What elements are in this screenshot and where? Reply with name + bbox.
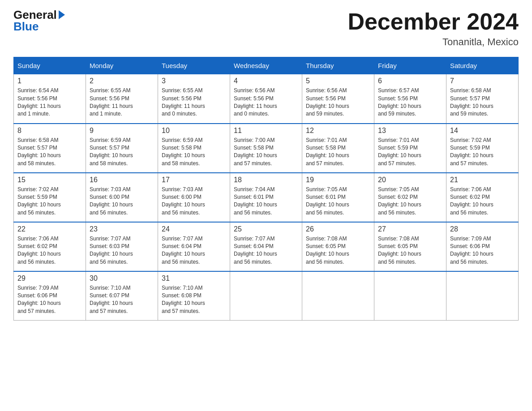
day-info: Sunrise: 6:54 AMSunset: 5:56 PMDaylight:… <box>17 87 82 118</box>
calendar-table: SundayMondayTuesdayWednesdayThursdayFrid… <box>13 57 519 321</box>
calendar-cell: 21 Sunrise: 7:06 AMSunset: 6:02 PMDaylig… <box>446 173 519 222</box>
day-number: 25 <box>234 225 298 233</box>
day-info: Sunrise: 7:06 AMSunset: 6:02 PMDaylight:… <box>17 235 82 266</box>
weekday-header-friday: Friday <box>374 57 446 74</box>
calendar-cell: 26 Sunrise: 7:08 AMSunset: 6:05 PMDaylig… <box>302 222 374 271</box>
calendar-cell: 8 Sunrise: 6:58 AMSunset: 5:57 PMDayligh… <box>14 124 86 173</box>
day-info: Sunrise: 7:02 AMSunset: 5:59 PMDaylight:… <box>17 186 82 217</box>
day-number: 29 <box>17 274 82 283</box>
day-info: Sunrise: 7:00 AMSunset: 5:58 PMDaylight:… <box>234 137 298 168</box>
day-number: 15 <box>17 176 82 184</box>
calendar-cell: 29 Sunrise: 7:09 AMSunset: 6:06 PMDaylig… <box>14 271 86 321</box>
calendar-cell: 31 Sunrise: 7:10 AMSunset: 6:08 PMDaylig… <box>158 271 230 321</box>
day-number: 31 <box>162 274 226 283</box>
day-info: Sunrise: 6:55 AMSunset: 5:56 PMDaylight:… <box>162 87 226 118</box>
calendar-cell: 23 Sunrise: 7:07 AMSunset: 6:03 PMDaylig… <box>86 222 158 271</box>
calendar-cell: 3 Sunrise: 6:55 AMSunset: 5:56 PMDayligh… <box>158 74 230 124</box>
calendar-cell <box>446 271 519 321</box>
day-number: 27 <box>378 225 442 233</box>
day-number: 23 <box>90 225 154 233</box>
day-number: 14 <box>450 127 515 135</box>
day-number: 17 <box>162 176 226 184</box>
calendar-cell <box>374 271 446 321</box>
calendar-cell: 7 Sunrise: 6:58 AMSunset: 5:57 PMDayligh… <box>446 74 519 124</box>
calendar-cell: 1 Sunrise: 6:54 AMSunset: 5:56 PMDayligh… <box>14 74 86 124</box>
calendar-cell <box>230 271 302 321</box>
logo-blue: Blue <box>13 21 65 32</box>
day-info: Sunrise: 6:59 AMSunset: 5:58 PMDaylight:… <box>162 137 226 168</box>
day-number: 30 <box>90 274 154 283</box>
calendar-cell: 20 Sunrise: 7:05 AMSunset: 6:02 PMDaylig… <box>374 173 446 222</box>
day-number: 22 <box>17 225 82 233</box>
weekday-header-saturday: Saturday <box>446 57 519 74</box>
day-number: 1 <box>17 77 82 85</box>
location: Tonanitla, Mexico <box>348 36 519 48</box>
calendar-cell: 24 Sunrise: 7:07 AMSunset: 6:04 PMDaylig… <box>158 222 230 271</box>
weekday-header-wednesday: Wednesday <box>230 57 302 74</box>
calendar-cell: 27 Sunrise: 7:08 AMSunset: 6:05 PMDaylig… <box>374 222 446 271</box>
day-info: Sunrise: 7:10 AMSunset: 6:07 PMDaylight:… <box>90 284 154 316</box>
calendar-cell: 6 Sunrise: 6:57 AMSunset: 5:56 PMDayligh… <box>374 74 446 124</box>
calendar-cell: 19 Sunrise: 7:05 AMSunset: 6:01 PMDaylig… <box>302 173 374 222</box>
day-info: Sunrise: 7:03 AMSunset: 6:00 PMDaylight:… <box>90 186 154 217</box>
calendar-cell: 30 Sunrise: 7:10 AMSunset: 6:07 PMDaylig… <box>86 271 158 321</box>
logo-triangle-icon <box>59 10 65 19</box>
day-number: 11 <box>234 127 298 135</box>
day-number: 13 <box>378 127 442 135</box>
calendar-cell: 25 Sunrise: 7:07 AMSunset: 6:04 PMDaylig… <box>230 222 302 271</box>
day-number: 5 <box>306 77 370 85</box>
day-number: 6 <box>378 77 442 85</box>
day-info: Sunrise: 7:05 AMSunset: 6:02 PMDaylight:… <box>378 186 442 217</box>
day-info: Sunrise: 6:56 AMSunset: 5:56 PMDaylight:… <box>306 87 370 118</box>
calendar-week-5: 29 Sunrise: 7:09 AMSunset: 6:06 PMDaylig… <box>14 271 519 321</box>
day-info: Sunrise: 7:10 AMSunset: 6:08 PMDaylight:… <box>162 284 226 316</box>
calendar-cell: 18 Sunrise: 7:04 AMSunset: 6:01 PMDaylig… <box>230 173 302 222</box>
logo: General Blue <box>13 9 65 32</box>
weekday-header-sunday: Sunday <box>14 57 86 74</box>
day-info: Sunrise: 7:02 AMSunset: 5:59 PMDaylight:… <box>450 137 515 168</box>
day-number: 8 <box>17 127 82 135</box>
day-info: Sunrise: 6:56 AMSunset: 5:56 PMDaylight:… <box>234 87 298 118</box>
day-info: Sunrise: 6:58 AMSunset: 5:57 PMDaylight:… <box>17 137 82 168</box>
day-number: 24 <box>162 225 226 233</box>
calendar-cell: 4 Sunrise: 6:56 AMSunset: 5:56 PMDayligh… <box>230 74 302 124</box>
day-info: Sunrise: 7:06 AMSunset: 6:02 PMDaylight:… <box>450 186 515 217</box>
calendar-cell <box>302 271 374 321</box>
day-info: Sunrise: 7:09 AMSunset: 6:06 PMDaylight:… <box>450 235 515 266</box>
calendar-cell: 2 Sunrise: 6:55 AMSunset: 5:56 PMDayligh… <box>86 74 158 124</box>
day-info: Sunrise: 7:05 AMSunset: 6:01 PMDaylight:… <box>306 186 370 217</box>
calendar-cell: 15 Sunrise: 7:02 AMSunset: 5:59 PMDaylig… <box>14 173 86 222</box>
day-number: 20 <box>378 176 442 184</box>
day-number: 21 <box>450 176 515 184</box>
day-number: 26 <box>306 225 370 233</box>
day-number: 19 <box>306 176 370 184</box>
calendar-cell: 9 Sunrise: 6:59 AMSunset: 5:57 PMDayligh… <box>86 124 158 173</box>
day-info: Sunrise: 7:01 AMSunset: 5:58 PMDaylight:… <box>306 137 370 168</box>
calendar-cell: 12 Sunrise: 7:01 AMSunset: 5:58 PMDaylig… <box>302 124 374 173</box>
day-info: Sunrise: 7:04 AMSunset: 6:01 PMDaylight:… <box>234 186 298 217</box>
day-number: 16 <box>90 176 154 184</box>
calendar-cell: 13 Sunrise: 7:01 AMSunset: 5:59 PMDaylig… <box>374 124 446 173</box>
calendar-cell: 22 Sunrise: 7:06 AMSunset: 6:02 PMDaylig… <box>14 222 86 271</box>
day-number: 18 <box>234 176 298 184</box>
day-number: 9 <box>90 127 154 135</box>
calendar-week-1: 1 Sunrise: 6:54 AMSunset: 5:56 PMDayligh… <box>14 74 519 124</box>
weekday-header-thursday: Thursday <box>302 57 374 74</box>
calendar-cell: 17 Sunrise: 7:03 AMSunset: 6:00 PMDaylig… <box>158 173 230 222</box>
day-info: Sunrise: 7:01 AMSunset: 5:59 PMDaylight:… <box>378 137 442 168</box>
day-info: Sunrise: 7:07 AMSunset: 6:03 PMDaylight:… <box>90 235 154 266</box>
title-area: December 2024 Tonanitla, Mexico <box>348 9 519 48</box>
month-title: December 2024 <box>348 9 519 34</box>
day-info: Sunrise: 7:08 AMSunset: 6:05 PMDaylight:… <box>306 235 370 266</box>
calendar-cell: 11 Sunrise: 7:00 AMSunset: 5:58 PMDaylig… <box>230 124 302 173</box>
logo-general: General <box>13 9 65 21</box>
calendar-cell: 5 Sunrise: 6:56 AMSunset: 5:56 PMDayligh… <box>302 74 374 124</box>
day-info: Sunrise: 6:55 AMSunset: 5:56 PMDaylight:… <box>90 87 154 118</box>
calendar-week-3: 15 Sunrise: 7:02 AMSunset: 5:59 PMDaylig… <box>14 173 519 222</box>
day-info: Sunrise: 6:57 AMSunset: 5:56 PMDaylight:… <box>378 87 442 118</box>
day-number: 28 <box>450 225 515 233</box>
day-info: Sunrise: 7:07 AMSunset: 6:04 PMDaylight:… <box>234 235 298 266</box>
day-number: 4 <box>234 77 298 85</box>
calendar-cell: 14 Sunrise: 7:02 AMSunset: 5:59 PMDaylig… <box>446 124 519 173</box>
calendar-week-4: 22 Sunrise: 7:06 AMSunset: 6:02 PMDaylig… <box>14 222 519 271</box>
